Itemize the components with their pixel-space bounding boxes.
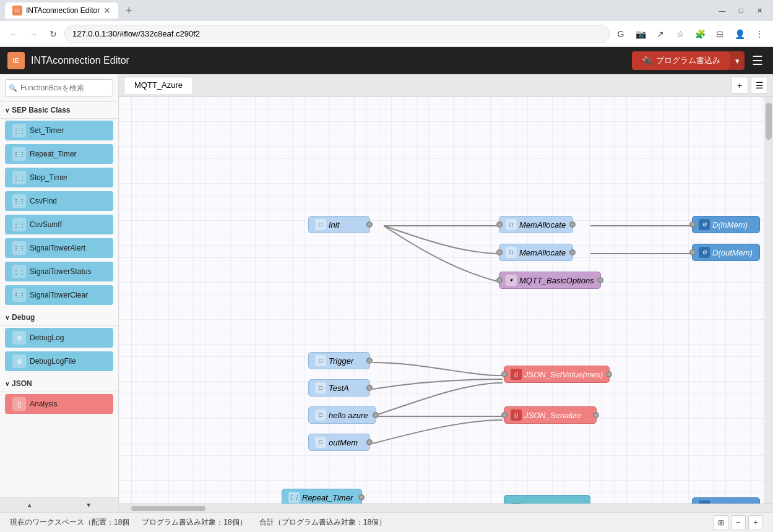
close-button[interactable]: ✕ bbox=[751, 4, 768, 17]
tab-mqtt-azure[interactable]: MQTT_Azure bbox=[124, 77, 193, 94]
address-input[interactable] bbox=[64, 25, 610, 43]
header-right: 🔌 プログラム書込み ▾ ☰ bbox=[632, 51, 766, 71]
sidebar-item-stop-timer[interactable]: ⋮⋮ Stop_Timer bbox=[5, 168, 113, 187]
write-program-dropdown[interactable]: ▾ bbox=[730, 51, 745, 70]
node-repeat-timer[interactable]: ⋮⋮ Repeat_Timer bbox=[282, 489, 362, 504]
sidebar-scroll-down[interactable]: ▼ bbox=[59, 498, 119, 512]
node-d-inmem[interactable]: ⚙ D(inMem) bbox=[692, 216, 760, 233]
sidebar-item-debug-log[interactable]: ⚙ DebugLog bbox=[5, 328, 113, 348]
analysis-icon: {} bbox=[12, 397, 26, 411]
node-hello-azure[interactable]: □ hello azure bbox=[308, 406, 376, 424]
google-icon[interactable]: G bbox=[612, 25, 629, 43]
node-outmem-1[interactable]: □ outMem bbox=[308, 434, 370, 451]
search-input[interactable] bbox=[5, 79, 113, 97]
repeat-timer-icon: ⋮⋮ bbox=[12, 147, 26, 161]
menu-icon[interactable]: ⋮ bbox=[751, 25, 768, 43]
horizontal-scrollbar[interactable] bbox=[119, 504, 773, 512]
node-mqtt-basic-options[interactable]: ✦ MQTT_BasicOptions bbox=[499, 272, 601, 289]
port-left[interactable] bbox=[501, 371, 507, 377]
node-trigger[interactable]: □ Trigger bbox=[308, 352, 370, 369]
port-right[interactable] bbox=[606, 371, 612, 377]
port-right[interactable] bbox=[593, 412, 599, 418]
sidebar-item-analysis[interactable]: {} Analysis bbox=[5, 394, 113, 414]
tab-list-button[interactable]: ☰ bbox=[751, 77, 768, 94]
sidebar-item-csv-sumif[interactable]: ⋮⋮ CsvSumIf bbox=[5, 215, 113, 234]
init-icon: □ bbox=[315, 219, 326, 230]
node-json-serialize[interactable]: {} JSON_Serialize bbox=[504, 406, 597, 424]
sidebar-scroll-up[interactable]: ▲ bbox=[0, 498, 59, 512]
zoom-in-button[interactable]: ＋ bbox=[748, 515, 763, 530]
canvas-scrollbar[interactable] bbox=[764, 97, 773, 504]
sidebar-item-signal-tower-alert[interactable]: ⋮⋮ SignalTowerAlert bbox=[5, 238, 113, 258]
canvas[interactable]: □ Init □ MemAllocate ⚙ D(inMem) □ MemAll… bbox=[119, 97, 773, 504]
chevron-down-icon: ∨ bbox=[5, 314, 9, 321]
connections-svg bbox=[119, 97, 773, 504]
port-right[interactable] bbox=[366, 358, 373, 364]
app-header: IE INTAconnection Editor 🔌 プログラム書込み ▾ ☰ bbox=[0, 47, 773, 74]
port-right[interactable] bbox=[366, 439, 373, 445]
port-right[interactable] bbox=[569, 221, 576, 228]
sidebar-item-set-timer[interactable]: ⋮⋮ Set_Timer bbox=[5, 121, 113, 140]
node-json-setvalue[interactable]: {} JSON_SetValue(mes) bbox=[504, 366, 610, 383]
chevron-down-icon: ∨ bbox=[5, 380, 9, 387]
port-left[interactable] bbox=[496, 221, 503, 228]
app-title: INTAconnection Editor bbox=[31, 55, 129, 66]
node-d-publish[interactable]: ⚙ D(Publish) bbox=[692, 497, 760, 504]
sidebar-scroll: ▲ ▼ bbox=[0, 497, 118, 512]
canvas-scroll-thumb[interactable] bbox=[766, 103, 772, 140]
tab-close-button[interactable]: ✕ bbox=[103, 6, 111, 15]
sidebar-item-debug-log-file[interactable]: ⚙ DebugLogFile bbox=[5, 351, 113, 371]
address-bar: ← → ↻ G 📷 ↗ ☆ 🧩 ⊟ 👤 ⋮ bbox=[0, 21, 773, 47]
node-mem-allocate-1[interactable]: □ MemAllocate bbox=[499, 216, 573, 233]
reload-button[interactable]: ↻ bbox=[45, 25, 62, 43]
minimize-button[interactable]: — bbox=[714, 4, 731, 17]
debug-log-file-icon: ⚙ bbox=[12, 354, 26, 368]
extensions-icon[interactable]: 🧩 bbox=[691, 25, 709, 43]
browser-tab[interactable]: IE INTAconnection Editor ✕ bbox=[5, 2, 118, 19]
port-left[interactable] bbox=[689, 221, 696, 228]
port-left[interactable] bbox=[501, 412, 507, 418]
port-right[interactable] bbox=[358, 494, 365, 500]
d-inmem-icon: ⚙ bbox=[699, 219, 710, 230]
write-program-button[interactable]: 🔌 プログラム書込み bbox=[632, 51, 730, 70]
sidebar-item-signal-tower-status[interactable]: ⋮⋮ SignalTowerStatus bbox=[5, 262, 113, 281]
port-left[interactable] bbox=[496, 249, 503, 255]
sidebar-toggle-icon[interactable]: ⊟ bbox=[711, 25, 728, 43]
hamburger-menu[interactable]: ☰ bbox=[749, 51, 766, 71]
node-init[interactable]: □ Init bbox=[308, 216, 370, 233]
forward-button[interactable]: → bbox=[25, 25, 42, 43]
add-tab-button[interactable]: + bbox=[731, 77, 748, 94]
grid-view-button[interactable]: ⊞ bbox=[714, 515, 728, 530]
port-right[interactable] bbox=[373, 412, 379, 418]
zoom-out-button[interactable]: － bbox=[731, 515, 746, 530]
port-left[interactable] bbox=[496, 277, 503, 283]
port-left[interactable] bbox=[689, 249, 696, 255]
port-right[interactable] bbox=[569, 249, 576, 255]
share-icon[interactable]: ↗ bbox=[652, 25, 669, 43]
testa-icon: □ bbox=[315, 382, 326, 393]
sidebar-item-csv-find[interactable]: ⋮⋮ CsvFind bbox=[5, 191, 113, 211]
node-json-serialize-label: JSON_Serialize bbox=[524, 411, 581, 420]
node-d-outmem[interactable]: ⚙ D(outMem) bbox=[692, 244, 760, 261]
maximize-button[interactable]: □ bbox=[732, 4, 749, 17]
profile-icon[interactable]: 👤 bbox=[731, 25, 748, 43]
section-json[interactable]: ∨ JSON bbox=[0, 375, 118, 392]
port-left[interactable] bbox=[689, 503, 696, 504]
back-button[interactable]: ← bbox=[5, 25, 22, 43]
bookmark-icon[interactable]: ☆ bbox=[672, 25, 689, 43]
sidebar-item-signal-tower-clear[interactable]: ⋮⋮ SignalTowerClear bbox=[5, 285, 113, 305]
section-sep-basic-class[interactable]: ∨ SEP Basic Class bbox=[0, 102, 118, 119]
node-mem-allocate-2[interactable]: □ MemAllocate bbox=[499, 244, 573, 261]
port-right[interactable] bbox=[366, 221, 373, 228]
node-testa[interactable]: □ TestA bbox=[308, 379, 370, 397]
port-right[interactable] bbox=[366, 385, 373, 391]
set-timer-icon: ⋮⋮ bbox=[12, 124, 26, 137]
canvas-area: MQTT_Azure + ☰ bbox=[119, 74, 773, 512]
sidebar-item-repeat-timer[interactable]: ⋮⋮ Repeat_Timer bbox=[5, 144, 113, 164]
node-mqtt-publish[interactable]: ✦ MQTT_Publish bbox=[504, 495, 590, 504]
section-debug[interactable]: ∨ Debug bbox=[0, 309, 118, 326]
screenshot-icon[interactable]: 📷 bbox=[632, 25, 649, 43]
horizontal-scroll-thumb[interactable] bbox=[131, 506, 205, 511]
port-right[interactable] bbox=[597, 277, 603, 283]
new-tab-button[interactable]: + bbox=[121, 2, 137, 19]
